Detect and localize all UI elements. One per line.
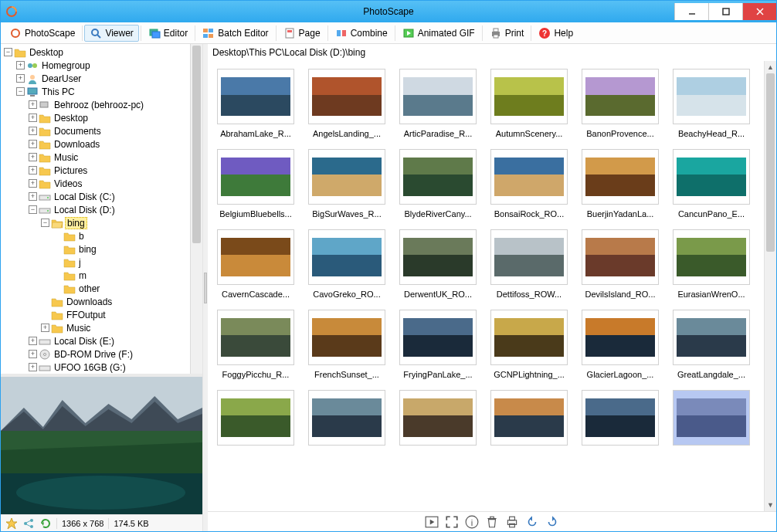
- tree-node-documents[interactable]: +Documents: [29, 124, 190, 137]
- expand-icon[interactable]: +: [29, 166, 37, 175]
- thumbnail-item[interactable]: CancunPano_E...: [673, 149, 750, 219]
- tab-help[interactable]: ?Help: [533, 25, 579, 42]
- slideshow-icon[interactable]: [425, 515, 439, 529]
- delete-icon[interactable]: [485, 515, 499, 529]
- tree-node-downloads[interactable]: +Downloads: [29, 137, 190, 151]
- tab-batch-editor[interactable]: Batch Editor: [197, 25, 273, 42]
- preview-image[interactable]: [1, 377, 202, 514]
- thumbnail-item[interactable]: FryingPanLake_...: [399, 310, 477, 379]
- fullscreen-icon[interactable]: [445, 515, 459, 529]
- scroll-down-button[interactable]: ▼: [765, 499, 776, 511]
- thumbnail-item[interactable]: CavoGreko_RO...: [308, 229, 385, 299]
- collapse-icon[interactable]: −: [29, 205, 37, 214]
- tree-node-m[interactable]: m: [53, 269, 190, 282]
- collapse-icon[interactable]: −: [16, 87, 25, 96]
- tab-combine[interactable]: Combine: [330, 25, 393, 42]
- tree-node-thispc[interactable]: −This PC: [16, 85, 190, 98]
- expand-icon[interactable]: +: [29, 337, 37, 345]
- expand-icon[interactable]: +: [29, 140, 37, 148]
- share-icon[interactable]: [22, 517, 35, 530]
- thumbnail-item[interactable]: AutumnScenery...: [490, 69, 568, 138]
- expand-icon[interactable]: +: [29, 114, 37, 122]
- tree-node-bing[interactable]: −bing: [41, 216, 190, 229]
- thumbnail-item[interactable]: [582, 390, 659, 450]
- tree-node-pictures[interactable]: +Pictures: [29, 164, 190, 177]
- thumbnail-item[interactable]: BlydeRiverCany...: [399, 149, 477, 219]
- tree-node-other[interactable]: other: [53, 282, 190, 295]
- expand-icon[interactable]: +: [29, 127, 37, 135]
- grid-scrollbar[interactable]: ▲ ▼: [764, 61, 776, 511]
- thumbnail-item[interactable]: AbrahamLake_R...: [217, 69, 294, 138]
- thumbnail-item[interactable]: DerwentUK_RO...: [399, 229, 477, 299]
- expand-icon[interactable]: +: [16, 74, 25, 83]
- tab-animated-gif[interactable]: Animated GIF: [397, 25, 480, 42]
- thumbnail-item[interactable]: ArticParadise_R...: [399, 69, 477, 138]
- close-button[interactable]: [742, 3, 776, 20]
- scroll-up-button[interactable]: ▲: [765, 61, 776, 73]
- tree-node-desktop2[interactable]: +Desktop: [29, 111, 190, 124]
- thumbnail-item[interactable]: FoggyPicchu_R...: [217, 310, 294, 379]
- tree-scrollbar[interactable]: [190, 44, 202, 374]
- rotate-left-icon[interactable]: [525, 515, 539, 529]
- tab-print[interactable]: Print: [484, 25, 530, 42]
- expand-icon[interactable]: +: [16, 61, 25, 69]
- thumbnail-item[interactable]: GreatLangdale_...: [673, 310, 750, 379]
- tree-node-behrooz[interactable]: +Behrooz (behrooz-pc): [29, 98, 190, 111]
- thumbnail-item[interactable]: EurasianWrenO...: [673, 229, 750, 299]
- thumbnail-item[interactable]: BeachyHead_R...: [673, 69, 750, 138]
- thumbnail-item[interactable]: GCNPLightning_...: [490, 310, 568, 379]
- thumbnail-item[interactable]: [490, 390, 568, 450]
- expand-icon[interactable]: +: [29, 363, 37, 371]
- tree-node-bdrom[interactable]: +BD-ROM Drive (F:): [29, 347, 190, 361]
- thumbnail-item[interactable]: FrenchSunset_...: [308, 310, 385, 379]
- thumbnail-grid[interactable]: AbrahamLake_R...AngelsLanding_...ArticPa…: [208, 61, 764, 511]
- thumbnail-item[interactable]: AngelsLanding_...: [308, 69, 385, 138]
- thumbnail-item[interactable]: BuerjinYadanLa...: [582, 149, 659, 219]
- tree-node-bing2[interactable]: bing: [53, 242, 190, 256]
- tree-node-ufoo[interactable]: +UFOO 16GB (G:): [29, 361, 190, 374]
- info-icon[interactable]: i: [465, 515, 479, 529]
- tree-node-dearuser[interactable]: +DearUser: [16, 72, 190, 85]
- thumbnail-item[interactable]: Dettifoss_ROW...: [490, 229, 568, 299]
- rotate-right-icon[interactable]: [545, 515, 559, 529]
- thumbnail-item[interactable]: [217, 390, 294, 450]
- tree-node-localc[interactable]: +Local Disk (C:): [29, 190, 190, 203]
- thumbnail-item[interactable]: BonsaiRock_RO...: [490, 149, 568, 219]
- thumbnail-item[interactable]: BanonProvence...: [582, 69, 659, 138]
- tree-node-j[interactable]: j: [53, 256, 190, 269]
- tab-photoscape[interactable]: PhotoScape: [4, 25, 80, 42]
- expand-icon[interactable]: +: [41, 324, 49, 332]
- thumbnail-item[interactable]: BelgiumBluebells...: [217, 149, 294, 219]
- expand-icon[interactable]: +: [29, 179, 37, 188]
- collapse-icon[interactable]: −: [4, 48, 12, 56]
- scrollbar-thumb[interactable]: [192, 46, 201, 243]
- favorite-icon[interactable]: [5, 517, 18, 530]
- tree-node-downloads2[interactable]: Downloads: [41, 295, 190, 308]
- thumbnail-item[interactable]: CavernCascade...: [217, 229, 294, 299]
- tree-node-desktop[interactable]: −Desktop: [4, 46, 190, 59]
- tree-node-locald[interactable]: −Local Disk (D:): [29, 203, 190, 216]
- minimize-button[interactable]: [674, 3, 708, 20]
- tab-page[interactable]: Page: [278, 25, 326, 42]
- refresh-icon[interactable]: [39, 517, 52, 530]
- tab-viewer[interactable]: Viewer: [84, 25, 138, 42]
- thumbnail-item[interactable]: [308, 390, 385, 450]
- maximize-button[interactable]: [708, 3, 742, 20]
- tree-node-videos[interactable]: +Videos: [29, 177, 190, 190]
- tree-node-locale[interactable]: +Local Disk (E:): [29, 334, 190, 347]
- tree-node-ffoutput[interactable]: FFOutput: [41, 308, 190, 321]
- tab-editor[interactable]: Editor: [143, 25, 193, 42]
- expand-icon[interactable]: +: [29, 153, 37, 161]
- thumbnail-item[interactable]: [673, 390, 750, 450]
- expand-icon[interactable]: +: [29, 350, 37, 358]
- thumbnail-item[interactable]: BigSurWaves_R...: [308, 149, 385, 219]
- tree-node-homegroup[interactable]: +Homegroup: [16, 59, 190, 72]
- tree-node-music[interactable]: +Music: [29, 151, 190, 164]
- expand-icon[interactable]: +: [29, 192, 37, 201]
- tree-node-b[interactable]: b: [53, 229, 190, 242]
- thumbnail-item[interactable]: DevilsIsland_RO...: [582, 229, 659, 299]
- thumbnail-item[interactable]: [399, 390, 477, 450]
- scrollbar-track[interactable]: [765, 73, 776, 499]
- collapse-icon[interactable]: −: [41, 219, 49, 227]
- thumbnail-item[interactable]: GlacierLagoon_...: [582, 310, 659, 379]
